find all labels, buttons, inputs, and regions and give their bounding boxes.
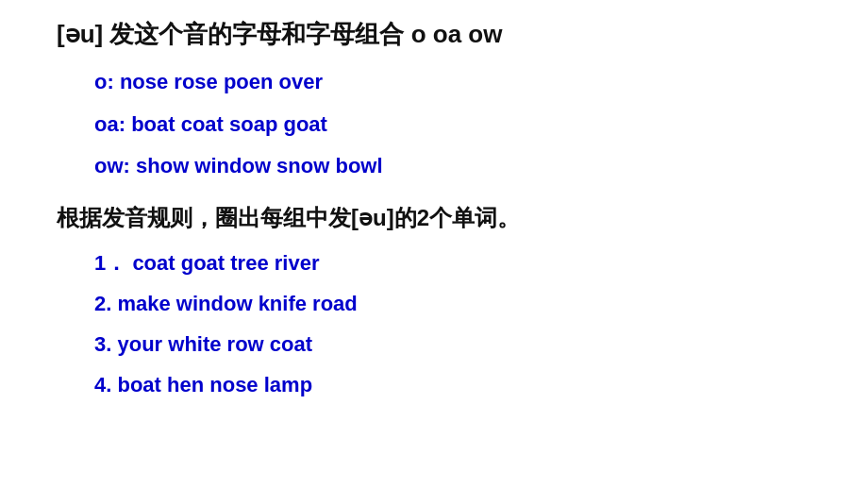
exercise-item-1: 1． coat goat tree river <box>94 247 811 278</box>
exercise-words-4: boat hen nose lamp <box>117 373 312 396</box>
sound-words-oa: boat coat soap goat <box>131 112 327 136</box>
sound-group-oa: oa: boat coat soap goat <box>94 110 811 140</box>
sound-words-o: nose rose poen over <box>120 70 323 93</box>
sound-words-ow: show window snow bowl <box>136 154 383 177</box>
exercise-number-1: 1． <box>94 251 126 275</box>
title-letters: o oa ow <box>411 20 503 48</box>
exercise-words-1: coat goat tree river <box>132 251 319 275</box>
exercise-item-3: 3. your white row coat <box>94 329 811 360</box>
instruction-row: 根据发音规则，圈出每组中发[əu]的2个单词。 <box>57 202 811 234</box>
sound-label-o: o: <box>94 70 114 93</box>
instruction-text: 根据发音规则，圈出每组中发[əu]的2个单词。 <box>57 205 520 230</box>
main-container: [əu] 发这个音的字母和字母组合 o oa ow o: nose rose p… <box>0 0 868 489</box>
exercise-number-4: 4. <box>94 373 111 396</box>
sound-label-oa: oa: <box>94 112 125 136</box>
sound-group-o: o: nose rose poen over <box>94 68 811 97</box>
sound-label-ow: ow: <box>94 154 130 177</box>
title-phonetic: [əu] 发这个音的字母和字母组合 <box>57 20 404 48</box>
sound-group-ow: ow: show window snow bowl <box>94 152 811 181</box>
exercise-item-4: 4. boat hen nose lamp <box>94 369 811 400</box>
exercise-words-2: make window knife road <box>117 292 357 315</box>
exercise-item-2: 2. make window knife road <box>94 288 811 319</box>
exercise-number-2: 2. <box>94 292 111 315</box>
exercise-words-3: your white row coat <box>117 332 312 356</box>
title-row: [əu] 发这个音的字母和字母组合 o oa ow <box>57 19 811 51</box>
exercise-number-3: 3. <box>94 332 111 356</box>
